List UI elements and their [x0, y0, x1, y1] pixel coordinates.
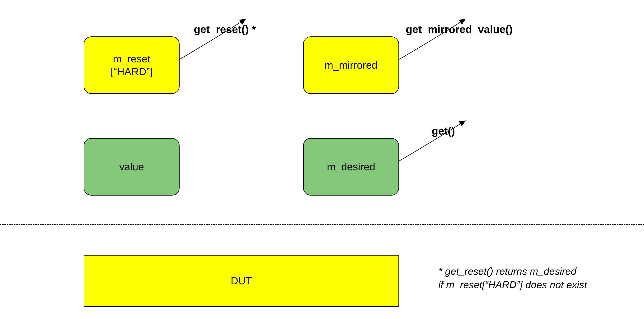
box-m-mirrored: m_mirrored: [303, 36, 399, 94]
box-m-desired-label: m_desired: [327, 160, 375, 173]
divider-line: [0, 224, 644, 225]
label-get-reset: get_reset() *: [194, 23, 256, 35]
box-m-mirrored-label: m_mirrored: [324, 59, 378, 72]
box-dut: DUT: [84, 255, 399, 307]
diagram-canvas: m_reset [“HARD”] m_mirrored value m_desi…: [0, 0, 644, 319]
label-get-mirrored-value: get_mirrored_value(): [406, 23, 512, 35]
box-m-reset-label: m_reset [“HARD”]: [111, 52, 153, 78]
box-value-label: value: [119, 160, 144, 173]
box-value: value: [84, 138, 180, 196]
box-m-reset: m_reset [“HARD”]: [84, 36, 180, 94]
footnote-text: * get_reset() returns m_desired if m_res…: [438, 265, 587, 291]
label-get: get(): [432, 125, 455, 137]
box-m-desired: m_desired: [303, 138, 399, 196]
box-dut-label: DUT: [231, 274, 252, 287]
